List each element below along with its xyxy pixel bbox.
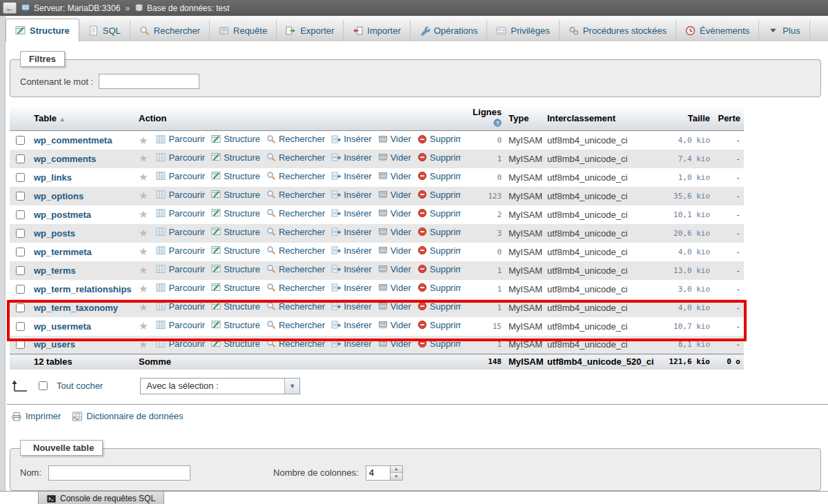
help-icon[interactable]: ? — [493, 119, 502, 129]
action-empty-link[interactable]: Vider — [378, 264, 411, 274]
action-search-link[interactable]: Rechercher — [266, 208, 325, 219]
row-checkbox[interactable] — [16, 285, 25, 294]
favorite-star-icon[interactable]: ★ — [139, 245, 148, 257]
sql-console-toggle[interactable]: Console de requêtes SQL — [38, 492, 164, 504]
tab-events[interactable]: Évènements — [676, 20, 759, 41]
action-browse-link[interactable]: Parcourir — [156, 320, 205, 330]
table-name-link[interactable]: wp_usermeta — [34, 321, 91, 332]
favorite-star-icon[interactable]: ★ — [139, 301, 148, 313]
row-checkbox[interactable] — [16, 248, 25, 256]
row-checkbox[interactable] — [16, 266, 25, 275]
action-structure-link[interactable]: Structure — [211, 152, 260, 163]
action-search-link[interactable]: Rechercher — [266, 339, 325, 349]
row-checkbox[interactable] — [16, 136, 25, 145]
table-name-link[interactable]: wp_posts — [34, 228, 75, 239]
action-empty-link[interactable]: Vider — [378, 227, 411, 237]
row-checkbox[interactable] — [16, 322, 25, 331]
filter-word-input[interactable] — [99, 74, 199, 89]
action-empty-link[interactable]: Vider — [378, 208, 411, 219]
tab-import[interactable]: Importer — [344, 20, 410, 41]
action-browse-link[interactable]: Parcourir — [156, 245, 205, 256]
action-search-link[interactable]: Rechercher — [266, 283, 325, 293]
table-name-link[interactable]: wp_postmeta — [34, 210, 91, 220]
action-delete-link[interactable]: Supprimer — [417, 264, 461, 274]
favorite-star-icon[interactable]: ★ — [139, 339, 148, 350]
action-structure-link[interactable]: Structure — [211, 264, 260, 274]
action-search-link[interactable]: Rechercher — [266, 227, 325, 237]
action-browse-link[interactable]: Parcourir — [156, 301, 205, 312]
favorite-star-icon[interactable]: ★ — [139, 208, 148, 220]
action-structure-link[interactable]: Structure — [211, 283, 260, 293]
columns-count-input[interactable] — [366, 465, 391, 481]
action-search-link[interactable]: Rechercher — [266, 171, 325, 181]
action-empty-link[interactable]: Vider — [378, 190, 411, 200]
row-checkbox[interactable] — [16, 340, 25, 349]
action-delete-link[interactable]: Supprimer — [417, 283, 461, 293]
action-structure-link[interactable]: Structure — [211, 245, 260, 256]
with-selected-select[interactable]: Avec la sélection : ▼ — [140, 378, 300, 394]
action-structure-link[interactable]: Structure — [211, 339, 260, 349]
action-insert-link[interactable]: Insérer — [331, 339, 371, 349]
action-empty-link[interactable]: Vider — [378, 283, 411, 293]
tab-privileges[interactable]: Privilèges — [487, 20, 559, 41]
favorite-star-icon[interactable]: ★ — [139, 134, 148, 146]
action-search-link[interactable]: Rechercher — [266, 152, 325, 163]
tab-export[interactable]: Exporter — [277, 20, 344, 41]
table-name-link[interactable]: wp_users — [34, 339, 75, 350]
action-search-link[interactable]: Rechercher — [266, 264, 325, 274]
action-structure-link[interactable]: Structure — [211, 134, 260, 144]
tab-structure[interactable]: Structure — [6, 19, 79, 41]
breadcrumb-server[interactable]: Serveur: MariaDB:3306 — [21, 3, 120, 13]
table-name-link[interactable]: wp_options — [34, 191, 83, 201]
table-name-link[interactable]: wp_termmeta — [34, 247, 92, 257]
action-insert-link[interactable]: Insérer — [331, 227, 371, 237]
tab-plus[interactable]: Plus — [759, 20, 809, 41]
action-browse-link[interactable]: Parcourir — [156, 339, 205, 349]
action-delete-link[interactable]: Supprimer — [417, 208, 461, 219]
new-table-name-input[interactable] — [48, 465, 190, 481]
action-structure-link[interactable]: Structure — [211, 301, 260, 312]
action-insert-link[interactable]: Insérer — [331, 283, 371, 293]
row-checkbox[interactable] — [16, 173, 25, 182]
action-structure-link[interactable]: Structure — [211, 171, 260, 181]
action-search-link[interactable]: Rechercher — [266, 245, 325, 256]
print-link[interactable]: Imprimer — [11, 411, 61, 422]
action-delete-link[interactable]: Supprimer — [417, 171, 461, 181]
favorite-star-icon[interactable]: ★ — [139, 264, 148, 276]
action-search-link[interactable]: Rechercher — [266, 190, 325, 200]
row-checkbox[interactable] — [16, 192, 25, 201]
favorite-star-icon[interactable]: ★ — [139, 283, 148, 294]
action-browse-link[interactable]: Parcourir — [156, 283, 205, 293]
action-empty-link[interactable]: Vider — [378, 245, 411, 256]
table-name-link[interactable]: wp_comments — [34, 154, 96, 164]
table-name-link[interactable]: wp_term_relationships — [34, 284, 132, 294]
check-all-checkbox[interactable] — [39, 381, 48, 390]
row-checkbox[interactable] — [16, 154, 25, 163]
action-delete-link[interactable]: Supprimer — [417, 227, 461, 237]
favorite-star-icon[interactable]: ★ — [139, 190, 148, 201]
data-dictionary-link[interactable]: Dictionnaire de données — [72, 411, 183, 422]
action-insert-link[interactable]: Insérer — [331, 190, 371, 200]
action-delete-link[interactable]: Supprimer — [417, 301, 461, 312]
breadcrumb-database[interactable]: Base de données: test — [135, 3, 229, 13]
favorite-star-icon[interactable]: ★ — [139, 171, 148, 183]
favorite-star-icon[interactable]: ★ — [139, 152, 148, 164]
check-all-label[interactable]: Tout cocher — [57, 381, 103, 391]
action-empty-link[interactable]: Vider — [378, 339, 411, 349]
action-search-link[interactable]: Rechercher — [266, 301, 325, 312]
tab-query[interactable]: Requête — [210, 20, 277, 41]
row-checkbox[interactable] — [16, 229, 25, 238]
action-insert-link[interactable]: Insérer — [331, 208, 371, 219]
action-delete-link[interactable]: Supprimer — [417, 320, 461, 330]
action-search-link[interactable]: Rechercher — [266, 134, 325, 144]
action-browse-link[interactable]: Parcourir — [156, 152, 205, 163]
action-structure-link[interactable]: Structure — [211, 190, 260, 200]
action-search-link[interactable]: Rechercher — [266, 320, 325, 330]
database-link[interactable]: Base de données: test — [147, 3, 229, 13]
action-delete-link[interactable]: Supprimer — [417, 134, 461, 144]
table-name-link[interactable]: wp_terms — [34, 265, 76, 276]
action-browse-link[interactable]: Parcourir — [156, 264, 205, 274]
row-checkbox[interactable] — [16, 303, 25, 312]
action-browse-link[interactable]: Parcourir — [156, 171, 205, 181]
action-insert-link[interactable]: Insérer — [331, 264, 371, 274]
